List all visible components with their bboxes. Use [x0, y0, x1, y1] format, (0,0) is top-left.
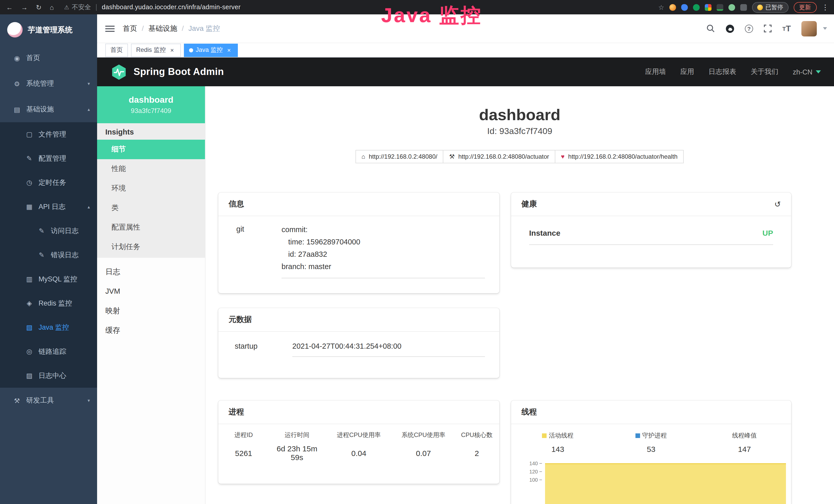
- extension-icon[interactable]: [728, 4, 735, 10]
- sba-menu-caches[interactable]: 缓存: [97, 320, 205, 340]
- extension-icon[interactable]: [740, 4, 747, 10]
- update-button[interactable]: 更新: [793, 2, 816, 13]
- sba-menu-config-props[interactable]: 配置属性: [97, 218, 205, 237]
- history-icon[interactable]: [774, 200, 781, 209]
- app-sidebar: 芋道管理系统 首页 系统管理 基础设施 文件管理: [0, 15, 97, 504]
- sidebar-item-config-management[interactable]: 配置管理: [0, 146, 97, 170]
- legend-live-threads: 活动线程 143: [511, 431, 605, 453]
- infrastructure-submenu: 文件管理 配置管理 定时任务 API 日志 访问日志: [0, 122, 97, 388]
- breadcrumb-home[interactable]: 首页: [123, 24, 149, 33]
- chevron-up-icon: [88, 204, 90, 209]
- gear-icon: [12, 80, 22, 88]
- sba-menu-jvm[interactable]: JVM: [97, 281, 205, 301]
- browser-toolbar-right: 已暂停 更新: [658, 2, 834, 13]
- sba-nav-journal[interactable]: 日志报表: [708, 67, 736, 76]
- sidebar-item-error-logs[interactable]: 错误日志: [0, 243, 97, 267]
- timer-icon: [25, 179, 34, 186]
- sba-menu-loggers[interactable]: 日志: [97, 262, 205, 281]
- sidebar-item-file-management[interactable]: 文件管理: [0, 122, 97, 146]
- tools-icon: [12, 397, 22, 404]
- sba-brand[interactable]: Spring Boot Admin: [110, 63, 224, 81]
- insights-label: Insights: [97, 123, 205, 140]
- legend-swatch-yellow: [542, 433, 547, 438]
- health-card: 健康 Instance UP: [511, 192, 791, 268]
- browser-home-icon[interactable]: [50, 4, 54, 10]
- paused-badge[interactable]: 已暂停: [752, 2, 788, 13]
- gauge-icon: [12, 54, 22, 62]
- fullscreen-icon[interactable]: [763, 24, 772, 33]
- sidebar-item-dev-tools[interactable]: 研发工具: [0, 388, 97, 413]
- redis-icon: [25, 299, 34, 307]
- threads-card-title: 线程: [521, 407, 537, 417]
- extension-icon[interactable]: [705, 4, 711, 10]
- info-row-value: commit: time: 1596289704000 id: 27aa832 …: [282, 223, 485, 278]
- tab-home[interactable]: 首页: [105, 43, 128, 57]
- sba-menu-classes[interactable]: 类: [97, 198, 205, 218]
- locale-select[interactable]: zh-CN: [793, 68, 821, 76]
- user-avatar[interactable]: [801, 21, 816, 36]
- sba-menu-details[interactable]: 细节: [97, 140, 205, 159]
- actuator-url-link[interactable]: http://192.168.0.2:48080/actuator: [443, 150, 555, 163]
- sidebar-item-scheduled-tasks[interactable]: 定时任务: [0, 170, 97, 194]
- sidebar-item-system-management[interactable]: 系统管理: [0, 71, 97, 96]
- sba-nav-about[interactable]: 关于我们: [750, 67, 778, 76]
- browser-menu-icon[interactable]: [822, 3, 829, 11]
- sba-menu-mappings[interactable]: 映射: [97, 301, 205, 320]
- github-icon[interactable]: [725, 24, 734, 33]
- sidebar-item-mysql-monitor[interactable]: MySQL 监控: [0, 267, 97, 291]
- thread-legend: 活动线程 143 守护进程 53 线程峰值 147: [511, 431, 791, 453]
- sba-nav-applications[interactable]: 应用: [680, 67, 694, 76]
- help-icon[interactable]: [745, 24, 753, 32]
- extension-icon[interactable]: [670, 4, 676, 10]
- search-icon[interactable]: [706, 24, 715, 33]
- status-badge: UP: [762, 229, 773, 237]
- health-url-link[interactable]: http://192.168.0.2:48080/actuator/health: [555, 150, 684, 163]
- java-icon: [25, 323, 34, 331]
- address-separator: [96, 4, 96, 10]
- forward-icon[interactable]: [21, 4, 28, 10]
- sba-menu-scheduled-tasks[interactable]: 计划任务: [97, 237, 205, 257]
- warning-icon: [64, 4, 72, 11]
- url-text: dashboard.yudao.iocoder.cn/infra/admin-s…: [102, 4, 241, 11]
- sba-header: Spring Boot Admin 应用墙 应用 日志报表 关于我们 zh-CN: [97, 58, 834, 86]
- tab-redis-monitor[interactable]: Redis 监控: [131, 43, 181, 57]
- service-url-link[interactable]: http://192.168.0.2:48080/: [355, 150, 443, 163]
- sba-menu-metrics[interactable]: 性能: [97, 159, 205, 179]
- file-icon: [25, 131, 34, 138]
- app-logo[interactable]: 芋道管理系统: [0, 15, 97, 45]
- extension-icon[interactable]: [681, 4, 688, 10]
- sba-menu-environment[interactable]: 环境: [97, 179, 205, 198]
- breadcrumb-current: Java 监控: [189, 24, 220, 33]
- sidebar-item-link-tracing[interactable]: 链路追踪: [0, 339, 97, 364]
- breadcrumb-infrastructure[interactable]: 基础设施: [149, 24, 189, 33]
- extension-icon[interactable]: [693, 4, 700, 10]
- annotation-overlay: Java 监控: [381, 2, 482, 29]
- sidebar-item-java-monitor[interactable]: Java 监控: [0, 315, 97, 339]
- instance-block: dashboard 93a3fc7f7409: [97, 86, 205, 123]
- font-size-icon[interactable]: [782, 24, 791, 33]
- close-icon[interactable]: [225, 46, 233, 54]
- error-log-icon: [37, 251, 46, 259]
- sidebar-item-redis-monitor[interactable]: Redis 监控: [0, 291, 97, 315]
- sidebar-item-home[interactable]: 首页: [0, 45, 97, 71]
- breadcrumb: 首页 基础设施 Java 监控: [123, 24, 220, 33]
- api-log-icon: [25, 203, 34, 210]
- sidebar-item-access-logs[interactable]: 访问日志: [0, 219, 97, 243]
- address-bar[interactable]: 不安全 dashboard.yudao.iocoder.cn/infra/adm…: [64, 3, 241, 12]
- back-icon[interactable]: [6, 4, 13, 10]
- avatar-caret-icon[interactable]: [823, 27, 827, 30]
- sba-nav-wallboard[interactable]: 应用墙: [645, 67, 666, 76]
- info-card: 信息 git commit: time: 1596289704000 id: 2…: [218, 192, 499, 293]
- hamburger-icon[interactable]: [105, 25, 114, 31]
- bookmark-star-icon[interactable]: [658, 3, 664, 11]
- sidebar-item-api-logs[interactable]: API 日志: [0, 194, 97, 219]
- reload-icon[interactable]: [36, 4, 42, 10]
- sidebar-item-log-center[interactable]: 日志中心: [0, 364, 97, 388]
- logo-avatar-icon: [7, 22, 23, 38]
- home-icon: [361, 153, 365, 160]
- sidebar-item-infrastructure[interactable]: 基础设施: [0, 96, 97, 122]
- tab-java-monitor[interactable]: Java 监控: [184, 43, 238, 57]
- close-icon[interactable]: [169, 46, 176, 54]
- extension-icon[interactable]: [717, 4, 723, 10]
- legend-swatch-blue: [635, 433, 640, 438]
